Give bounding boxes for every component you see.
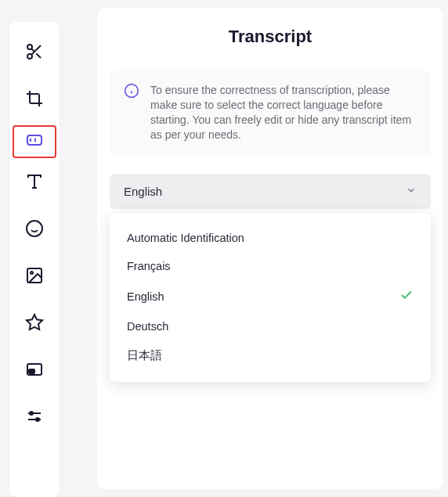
option-label: Automatic Identification: [127, 232, 244, 244]
image-icon: [25, 266, 44, 288]
option-label: 日本語: [127, 348, 162, 363]
dropdown-option[interactable]: Deutsch: [110, 312, 431, 340]
svg-point-1: [27, 54, 32, 59]
language-dropdown: Automatic Identification Français Englis…: [110, 213, 431, 382]
sidebar-item-settings[interactable]: [13, 396, 56, 440]
sidebar-item-star[interactable]: [13, 302, 56, 346]
cc-icon: [25, 131, 44, 153]
dropdown-option[interactable]: Automatic Identification: [110, 224, 431, 252]
selected-language: English: [124, 185, 162, 198]
svg-marker-13: [27, 315, 42, 330]
svg-rect-15: [29, 369, 34, 373]
sidebar-item-image[interactable]: [13, 255, 56, 299]
info-box: To ensure the correctness of transcripti…: [110, 70, 431, 155]
svg-point-19: [36, 418, 39, 421]
svg-point-8: [27, 221, 42, 236]
svg-line-3: [36, 53, 41, 58]
option-label: English: [127, 290, 164, 303]
svg-line-4: [31, 49, 34, 52]
smile-icon: [25, 219, 44, 241]
option-label: Français: [127, 260, 171, 272]
sidebar-item-crop[interactable]: [13, 78, 56, 122]
svg-point-17: [30, 412, 33, 415]
dropdown-option[interactable]: Français: [110, 252, 431, 280]
panel-title: Transcript: [97, 27, 443, 47]
info-icon: [124, 83, 139, 99]
svg-point-0: [27, 45, 32, 49]
sidebar-item-text[interactable]: [13, 161, 56, 205]
sidebar-item-emoji[interactable]: [13, 208, 56, 252]
svg-point-12: [31, 272, 33, 274]
star-icon: [25, 313, 44, 335]
dropdown-option[interactable]: 日本語: [110, 340, 431, 371]
info-text: To ensure the correctness of transcripti…: [150, 83, 417, 142]
sidebar-item-subtitle[interactable]: [13, 125, 56, 158]
sidebar-item-pip[interactable]: [13, 349, 56, 393]
text-icon: [25, 172, 44, 194]
transcript-panel: Transcript To ensure the correctness of …: [97, 8, 443, 489]
check-icon: [399, 288, 414, 304]
sliders-icon: [25, 407, 44, 429]
sidebar-item-cut[interactable]: [13, 31, 56, 75]
option-label: Deutsch: [127, 320, 168, 333]
language-select[interactable]: English: [110, 174, 431, 209]
chevron-down-icon: [406, 185, 417, 198]
sidebar: [9, 22, 60, 497]
pip-icon: [25, 360, 44, 382]
scissors-icon: [25, 42, 44, 64]
crop-icon: [25, 89, 44, 111]
dropdown-option[interactable]: English: [110, 280, 431, 312]
